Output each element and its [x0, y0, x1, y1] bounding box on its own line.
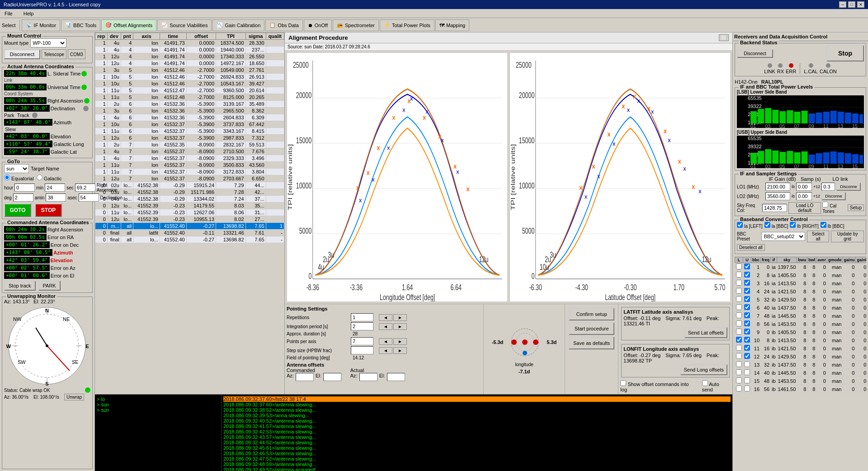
cal-tones-cb[interactable]: [822, 202, 828, 207]
close-btn[interactable]: ✕: [857, 1, 864, 8]
obs-data-btn[interactable]: 📋 Obs Data: [265, 19, 302, 31]
table-row[interactable]: 002ulo...41552.38-0.2915915.247.2944...: [95, 182, 284, 189]
freq-table-row[interactable]: 640ia1437.50880man00: [735, 304, 867, 312]
park-btn[interactable]: PARK: [38, 281, 61, 291]
setup-btn[interactable]: Setup: [848, 204, 864, 211]
lo2-input[interactable]: [765, 192, 790, 200]
freq-row-checkbox[interactable]: [744, 386, 750, 391]
freq-row-checkbox[interactable]: [736, 377, 742, 383]
pts-dec-btn[interactable]: ◄: [379, 338, 392, 345]
menu-file[interactable]: File: [2, 10, 15, 17]
table-row[interactable]: 12u7lon41552.35-8.09002832.16759.513: [95, 141, 284, 148]
freq-row-checkbox[interactable]: [744, 280, 750, 286]
table-row[interactable]: 012ulo...41552.39-0.2310955.138.0227...: [95, 216, 284, 223]
la-left-cb[interactable]: [737, 222, 743, 228]
freq-row-checkbox[interactable]: [744, 329, 750, 334]
rep-dec-btn[interactable]: ◄: [379, 314, 392, 321]
freq-table-row[interactable]: 532ib1429.50880man00: [735, 296, 867, 304]
freq-row-checkbox[interactable]: [736, 272, 742, 278]
deg-input[interactable]: [13, 193, 33, 202]
lo2-if-gain-input[interactable]: [796, 192, 812, 200]
bbc-preset-select[interactable]: BBC_setup02: [761, 232, 805, 241]
lo1-disconne-btn[interactable]: Disconne: [836, 183, 861, 191]
amin-input[interactable]: [46, 193, 66, 202]
table-row[interactable]: 112u4lon41491.740.000014972.16718.650: [95, 60, 284, 67]
freq-table-container[interactable]: L U bbc freq if sky bwu bwl aver gmode g…: [735, 257, 866, 470]
table-row[interactable]: 110u6lon41532.37-5.39003737.83367.442: [95, 121, 284, 128]
freq-table-row[interactable]: 1656ib1461.50880man00: [735, 385, 867, 393]
freq-row-checkbox[interactable]: [744, 345, 750, 351]
table-row[interactable]: 111u6lon41532.37-5.39003343.1678.415: [95, 128, 284, 135]
table-row[interactable]: 14u7lon41552.37-8.09002329.3333.496: [95, 155, 284, 162]
table-row[interactable]: 0m...alllo...41552.40-0.2713698.827.651: [95, 223, 284, 230]
freq-table-row[interactable]: 1224ib1429.50880man00: [735, 353, 867, 361]
backend-disconnect-btn[interactable]: Disconnect: [737, 49, 773, 58]
lo1-samp-input[interactable]: [821, 183, 835, 191]
telescope-btn[interactable]: Telescope: [42, 49, 66, 59]
freq-row-checkbox[interactable]: [744, 304, 750, 310]
table-row[interactable]: 111u7lon41552.37-8.09003172.8333.804: [95, 169, 284, 175]
confirm-setup-btn[interactable]: Confirm setup: [569, 308, 614, 320]
freq-table-row[interactable]: 10ia1397.50880man00: [735, 263, 867, 271]
show-offsets-cb[interactable]: [620, 380, 626, 386]
freq-row-checkbox[interactable]: [744, 320, 750, 326]
cmd-el-input[interactable]: [323, 373, 341, 381]
table-row[interactable]: 110u5lon41512.46-2.700010543.16739.427: [95, 80, 284, 87]
gain-calibration-btn[interactable]: 📉 Gain Calibration: [212, 19, 264, 31]
lb-right-cb[interactable]: [790, 222, 796, 228]
table-row[interactable]: 12u6lon41532.36-5.39003139.16735.489: [95, 101, 284, 108]
window-controls[interactable]: ─ □ ✕: [839, 1, 864, 8]
table-row[interactable]: 14u4lon41491.730.000018374.50028.330: [95, 40, 284, 47]
table-row[interactable]: 111u5lon41512.48-2.70008125.00020.265: [95, 94, 284, 101]
stop-track-btn[interactable]: Stop track: [4, 281, 36, 291]
minimize-btn[interactable]: ─: [839, 1, 846, 8]
menu-help[interactable]: Help: [21, 10, 37, 17]
freq-row-checkbox[interactable]: [744, 272, 750, 278]
save-defaults-btn[interactable]: Save as defaults: [569, 337, 614, 349]
la-bbc-cb[interactable]: [764, 222, 770, 228]
offset-alignments-btn[interactable]: 🎯 Offset Alignments: [101, 19, 156, 31]
sec-input[interactable]: [75, 184, 95, 192]
lo1-if-gain-input[interactable]: [796, 183, 812, 191]
freq-table-row[interactable]: 748ia1445.50880man00: [735, 312, 867, 320]
if-monitor-btn[interactable]: 📡 IF Monitor: [22, 19, 61, 31]
freq-table-row[interactable]: 856ia1453.50880man00: [735, 320, 867, 328]
equatorial-radio[interactable]: [4, 174, 10, 180]
right-terminal[interactable]: 2018.086.09:32:37.60>/lst/22 38 17.42018…: [222, 395, 732, 471]
auto-send-cb[interactable]: [702, 380, 708, 386]
step-size-input[interactable]: [351, 346, 373, 354]
unwrap-btn[interactable]: Unwrap: [64, 394, 84, 400]
table-row[interactable]: 111u7lon41552.37-8.09003500.83343.560: [95, 162, 284, 169]
freq-row-checkbox[interactable]: [744, 361, 750, 367]
int-dec-btn[interactable]: ◄: [379, 323, 392, 330]
table-row[interactable]: 011ulo...41552.39-0.2312627.068.0631...: [95, 209, 284, 216]
freq-row-checkbox[interactable]: [744, 264, 750, 269]
points-input[interactable]: [351, 337, 373, 345]
int-inc-btn[interactable]: ►: [393, 323, 407, 330]
stop-btn[interactable]: STOP: [35, 203, 62, 217]
deselect-all-btn[interactable]: Deselect all: [737, 244, 765, 251]
freq-row-checkbox[interactable]: [736, 353, 742, 359]
freq-row-checkbox[interactable]: [744, 337, 750, 343]
cmd-az-input[interactable]: [296, 373, 314, 381]
source-viabilities-btn[interactable]: 📈 Source Viabilities: [157, 19, 212, 31]
sky-freq-input[interactable]: [762, 204, 787, 212]
freq-row-checkbox[interactable]: [736, 345, 742, 351]
freq-row-checkbox[interactable]: [736, 312, 742, 318]
table-row[interactable]: 14u4lon41491.740.000019440.000237...: [95, 47, 284, 53]
freq-row-checkbox[interactable]: [736, 337, 742, 343]
freq-table-row[interactable]: 1440ib1445.50880man00: [735, 369, 867, 377]
freq-row-checkbox[interactable]: [744, 312, 750, 318]
freq-row-checkbox[interactable]: [736, 361, 742, 367]
table-row[interactable]: 14u7lon41552.37-8.09002710.5007.676: [95, 148, 284, 155]
maximize-btn[interactable]: □: [848, 1, 855, 8]
com3-btn[interactable]: COM3: [68, 49, 85, 59]
repetitions-input[interactable]: [351, 313, 373, 321]
freq-row-checkbox[interactable]: [736, 386, 742, 391]
send-lat-btn[interactable]: Send Lat offsets: [684, 327, 727, 338]
freq-row-checkbox[interactable]: [744, 369, 750, 375]
lo2-disconne-btn[interactable]: Disconne: [821, 192, 846, 200]
freq-row-checkbox[interactable]: [736, 288, 742, 294]
lo1-input[interactable]: [765, 183, 790, 191]
integration-input[interactable]: [351, 322, 373, 330]
